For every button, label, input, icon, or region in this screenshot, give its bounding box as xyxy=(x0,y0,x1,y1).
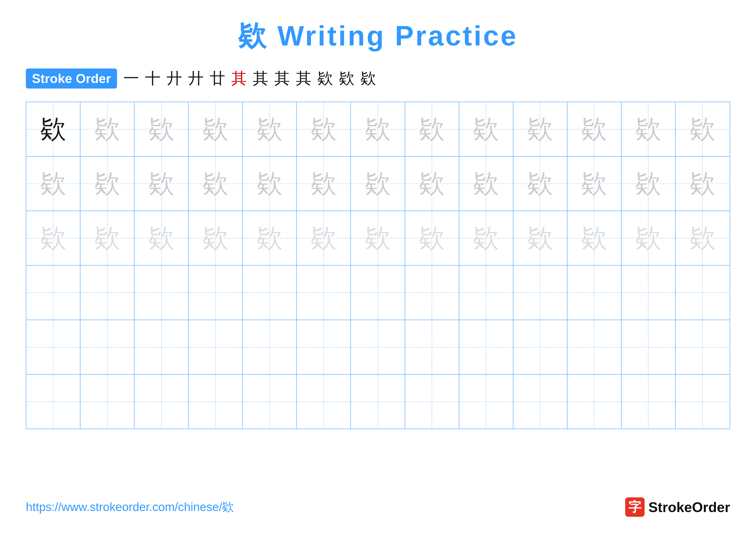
grid-cell: 欵 xyxy=(567,102,622,156)
grid-row-3: 欵 欵 欵 欵 欵 欵 欵 欵 欵 xyxy=(26,211,730,266)
grid-cell[interactable] xyxy=(189,375,243,429)
grid-cell[interactable] xyxy=(351,375,405,429)
grid-cell: 欵 xyxy=(622,157,676,211)
grid-cell[interactable] xyxy=(134,320,189,374)
grid-cell[interactable] xyxy=(513,266,567,320)
stroke-step-8: 其 xyxy=(274,68,290,89)
stroke-step-9: 其 xyxy=(296,68,311,89)
practice-char: 欵 xyxy=(365,225,391,251)
practice-char: 欵 xyxy=(689,171,716,197)
practice-char: 欵 xyxy=(311,225,337,251)
grid-cell: 欵 xyxy=(26,102,80,156)
practice-char: 欵 xyxy=(473,225,499,251)
grid-cell[interactable] xyxy=(351,320,405,374)
stroke-steps: 一 十 廾 廾 廿 其 其 其 其 欵 欵 欵 xyxy=(123,68,376,89)
practice-char: 欵 xyxy=(311,116,337,142)
grid-row-5 xyxy=(26,320,730,375)
title-text: Writing Practice xyxy=(277,20,518,51)
grid-cell: 欵 xyxy=(243,157,297,211)
practice-char: 欵 xyxy=(473,171,499,197)
practice-char: 欵 xyxy=(40,171,66,197)
grid-cell[interactable] xyxy=(622,375,676,429)
grid-cell[interactable] xyxy=(26,266,80,320)
grid-cell[interactable] xyxy=(676,320,730,374)
grid-cell: 欵 xyxy=(676,102,730,156)
grid-cell: 欵 xyxy=(459,102,513,156)
grid-cell[interactable] xyxy=(243,320,297,374)
practice-char: 欵 xyxy=(527,116,553,142)
logo-icon: 字 xyxy=(625,497,645,517)
stroke-step-11: 欵 xyxy=(339,68,355,89)
grid-cell[interactable] xyxy=(567,320,622,374)
stroke-step-1: 一 xyxy=(123,68,139,89)
grid-cell: 欵 xyxy=(351,102,405,156)
grid-cell: 欵 xyxy=(134,157,189,211)
grid-cell[interactable] xyxy=(189,320,243,374)
grid-cell[interactable] xyxy=(80,266,134,320)
page: 欵 Writing Practice Stroke Order 一 十 廾 廾 … xyxy=(0,0,756,534)
practice-char: 欵 xyxy=(365,171,391,197)
practice-char: 欵 xyxy=(257,116,283,142)
grid-cell: 欵 xyxy=(243,102,297,156)
grid-cell: 欵 xyxy=(622,211,676,265)
practice-char: 欵 xyxy=(419,225,445,251)
grid-cell[interactable] xyxy=(622,266,676,320)
grid-cell[interactable] xyxy=(297,320,351,374)
practice-char: 欵 xyxy=(419,171,445,197)
stroke-step-6: 其 xyxy=(231,68,247,89)
grid-cell[interactable] xyxy=(134,375,189,429)
grid-cell[interactable] xyxy=(26,375,80,429)
grid-cell[interactable] xyxy=(26,320,80,374)
grid-cell: 欵 xyxy=(567,157,622,211)
grid-cell[interactable] xyxy=(243,266,297,320)
grid-cell[interactable] xyxy=(622,320,676,374)
grid-cell[interactable] xyxy=(567,375,622,429)
grid-cell[interactable] xyxy=(405,320,459,374)
page-title: 欵 Writing Practice xyxy=(26,17,730,55)
practice-char: 欵 xyxy=(148,225,174,251)
practice-char: 欵 xyxy=(635,116,661,142)
practice-char: 欵 xyxy=(257,225,283,251)
practice-char: 欵 xyxy=(40,116,66,142)
grid-cell[interactable] xyxy=(513,375,567,429)
practice-char: 欵 xyxy=(527,225,553,251)
practice-char: 欵 xyxy=(257,171,283,197)
stroke-step-2: 十 xyxy=(145,68,161,89)
stroke-step-12: 欵 xyxy=(361,68,376,89)
grid-cell[interactable] xyxy=(459,375,513,429)
grid-row-6 xyxy=(26,375,730,429)
grid-cell: 欵 xyxy=(26,211,80,265)
grid-cell: 欵 xyxy=(189,211,243,265)
practice-grid: 欵 欵 欵 欵 欵 欵 欵 欵 欵 xyxy=(26,102,730,429)
grid-cell[interactable] xyxy=(80,375,134,429)
grid-cell[interactable] xyxy=(405,266,459,320)
practice-char: 欵 xyxy=(94,225,120,251)
grid-cell[interactable] xyxy=(297,375,351,429)
grid-cell[interactable] xyxy=(459,320,513,374)
practice-char: 欵 xyxy=(689,225,716,251)
grid-cell[interactable] xyxy=(513,320,567,374)
grid-cell[interactable] xyxy=(676,375,730,429)
grid-cell[interactable] xyxy=(405,375,459,429)
grid-cell[interactable] xyxy=(351,266,405,320)
footer: https://www.strokeorder.com/chinese/欵 字 … xyxy=(26,497,730,517)
practice-char: 欵 xyxy=(148,116,174,142)
grid-cell: 欵 xyxy=(134,211,189,265)
footer-logo: 字 StrokeOrder xyxy=(625,497,730,517)
stroke-step-7: 其 xyxy=(253,68,268,89)
grid-cell[interactable] xyxy=(189,266,243,320)
practice-char: 欵 xyxy=(94,116,120,142)
grid-cell[interactable] xyxy=(80,320,134,374)
grid-cell[interactable] xyxy=(459,266,513,320)
grid-cell[interactable] xyxy=(134,266,189,320)
grid-cell[interactable] xyxy=(567,266,622,320)
grid-cell: 欵 xyxy=(405,102,459,156)
practice-char: 欵 xyxy=(473,116,499,142)
footer-url: https://www.strokeorder.com/chinese/欵 xyxy=(26,499,234,515)
practice-char: 欵 xyxy=(365,116,391,142)
grid-cell[interactable] xyxy=(676,266,730,320)
grid-cell: 欵 xyxy=(405,211,459,265)
stroke-step-10: 欵 xyxy=(317,68,333,89)
grid-cell[interactable] xyxy=(297,266,351,320)
grid-cell[interactable] xyxy=(243,375,297,429)
